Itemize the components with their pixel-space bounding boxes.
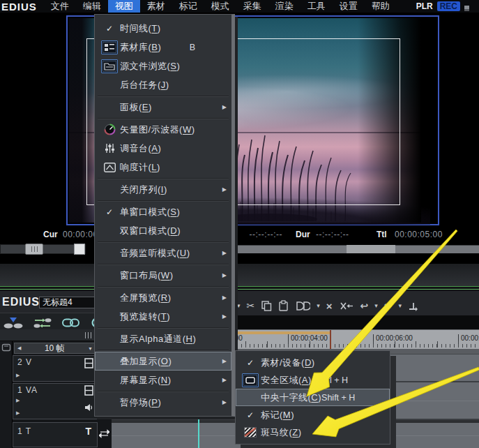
dur-label: Dur xyxy=(296,230,310,239)
insert-between-icon[interactable] xyxy=(295,301,310,311)
menubar-item-9[interactable]: 设置 xyxy=(333,0,365,13)
submenu-arrow-icon: ▶ xyxy=(222,272,227,278)
rec-indicator[interactable]: REC xyxy=(437,1,460,11)
ripple-mode-icon[interactable] xyxy=(33,317,52,329)
timescale-dropdown-icon[interactable]: ▼ xyxy=(88,346,93,351)
plr-indicator[interactable]: PLR xyxy=(416,1,433,11)
menubar-item-10[interactable]: 帮助 xyxy=(365,0,397,13)
menu-item-dual-window-mode[interactable]: 双窗口模式(D) xyxy=(95,221,231,240)
insert-overwrite-mode-icon[interactable] xyxy=(3,316,24,329)
menu-item-single-window-mode[interactable]: ✓单窗口模式(S) xyxy=(95,202,231,221)
expand-icon[interactable]: ▶ xyxy=(16,373,20,378)
menubar-item-5[interactable]: 模式 xyxy=(204,0,236,13)
menubar-item-3[interactable]: 素材 xyxy=(140,0,172,13)
safe-area-icon xyxy=(240,373,261,387)
menu-item-close-sequence[interactable]: 关闭序列(I)▶ xyxy=(95,180,231,199)
menubar-item-0[interactable]: 文件 xyxy=(44,0,76,13)
out-point-marker xyxy=(330,330,331,350)
menu-item-label: 安全区域(A) xyxy=(261,374,312,387)
menu-item-label: 屏幕显示(N) xyxy=(120,374,172,387)
menu-item-pause-field[interactable]: 暂停场(P)▶ xyxy=(95,393,231,412)
menu-item-preview-rotation[interactable]: 预览旋转(T)▶ xyxy=(95,307,231,326)
menu-item-label: 时间线(T) xyxy=(120,22,161,35)
cur-label: Cur xyxy=(43,230,58,239)
menu-item-onscreen-display[interactable]: 屏幕显示(N)▶ xyxy=(95,371,231,389)
menu-item-timeline[interactable]: ✓时间线(T) xyxy=(95,19,231,38)
menubar-right: PLR REC xyxy=(416,0,469,13)
menu-shortcut: B xyxy=(190,43,225,52)
menu-item-audio-monitoring-mode[interactable]: 音频监听模式(U)▶ xyxy=(95,244,231,262)
menu-item-label: 素材库(B) xyxy=(120,41,161,54)
menu-item-audio-mixer[interactable]: 调音台(A) xyxy=(95,139,231,158)
zebra-icon xyxy=(240,427,261,438)
menu-item-label: 预览旋转(T) xyxy=(120,311,170,323)
menu-item-vectorscope[interactable]: 矢量图/示波器(W) xyxy=(95,120,231,139)
menu-item-label: 后台任务(J) xyxy=(120,79,169,91)
menu-item-label: 单窗口模式(S) xyxy=(120,206,180,218)
panel-grip-icon[interactable] xyxy=(85,332,93,338)
menu-item-label: 调音台(A) xyxy=(120,142,161,155)
shuttle-end-button[interactable] xyxy=(74,244,85,255)
dur-value: --:--:--:-- xyxy=(316,230,349,239)
menu-item-center-crosshair[interactable]: 中央十字线(C)Shift + H xyxy=(236,389,390,406)
menubar-item-4[interactable]: 标记 xyxy=(172,0,204,13)
menu-item-label: 暂停场(P) xyxy=(120,396,161,409)
ttl-value: 00:00:05:00 xyxy=(395,230,443,239)
menu-item-show-alpha-channel[interactable]: 显示Alpha通道(H) xyxy=(95,329,231,348)
swap-icon[interactable] xyxy=(99,428,109,441)
menu-shortcut: Shift + H xyxy=(321,393,390,403)
loop-playback-mode-icon[interactable] xyxy=(61,317,80,329)
menu-item-source-browser[interactable]: 源文件浏览(S) xyxy=(95,57,231,75)
track-header-1va[interactable]: 1 VA ▶ ▶ xyxy=(13,383,98,419)
dropdown-icon[interactable]: ▾ xyxy=(399,302,402,309)
cut-icon[interactable]: ✂ xyxy=(247,300,255,311)
app-logo: EDIUS xyxy=(0,1,44,13)
source-browser-icon xyxy=(99,59,120,73)
dropdown-icon[interactable]: ▾ xyxy=(237,302,241,309)
menu-item-clip-device[interactable]: ✓素材/设备(D) xyxy=(236,354,390,371)
track-header-2v[interactable]: 2 V ▶ xyxy=(13,355,98,382)
dropdown-icon[interactable]: ▾ xyxy=(374,302,378,309)
ripple-delete-icon[interactable] xyxy=(339,301,354,311)
menu-item-marker[interactable]: ✓标记(M) xyxy=(236,406,390,424)
check-icon: ✓ xyxy=(240,358,261,368)
shuttle-handle[interactable] xyxy=(25,244,43,255)
submenu-arrow-icon: ▶ xyxy=(222,186,227,193)
menu-item-loudness-meter[interactable]: 响度计(L) xyxy=(95,158,231,177)
menu-item-overlay-display[interactable]: 叠加显示(O)▶ xyxy=(95,352,231,371)
menu-item-fullscreen-preview[interactable]: 全屏预览(R)▶ xyxy=(95,288,231,307)
track-header-1t[interactable]: 1 T T xyxy=(13,422,98,447)
window-control-icon[interactable] xyxy=(464,6,469,11)
menu-item-bin[interactable]: 素材库(B)B xyxy=(95,38,231,57)
speaker-icon[interactable] xyxy=(84,402,93,415)
overlay-display-submenu: ✓素材/设备(D)安全区域(A)Ctrl + H中央十字线(C)Shift + … xyxy=(235,350,390,445)
position-slider-handle[interactable] xyxy=(347,245,395,253)
menubar-item-8[interactable]: 工具 xyxy=(301,0,333,13)
transport-bar: ▾][←→][▾▾ xyxy=(0,264,479,286)
expand-icon[interactable]: ▶ xyxy=(16,398,20,403)
menu-shortcut: Ctrl + H xyxy=(318,375,383,385)
copy-icon[interactable] xyxy=(261,300,272,311)
paste-icon[interactable] xyxy=(278,300,289,311)
menu-item-background-jobs[interactable]: 后台任务(J) xyxy=(95,75,231,94)
timeline-window-title: EDIUS xyxy=(2,296,40,308)
menu-item-safe-area[interactable]: 安全区域(A)Ctrl + H xyxy=(236,371,390,389)
redo-icon[interactable]: ↪ xyxy=(384,300,393,311)
menu-item-label: 面板(E) xyxy=(120,101,152,114)
expand-icon[interactable]: ▶ xyxy=(16,410,20,416)
sequence-name-input[interactable] xyxy=(39,297,95,308)
menu-item-zebra[interactable]: 斑马纹(Z) xyxy=(236,424,390,441)
menubar-item-7[interactable]: 渲染 xyxy=(268,0,301,13)
dropdown-icon[interactable]: ▾ xyxy=(317,302,320,309)
submenu-arrow-icon: ▶ xyxy=(222,313,227,320)
menu-item-palette[interactable]: 面板(E)▶ xyxy=(95,98,231,117)
menubar-item-6[interactable]: 采集 xyxy=(236,0,268,13)
menubar-item-2[interactable]: 视图 xyxy=(108,0,140,13)
menubar-item-1[interactable]: 编辑 xyxy=(76,0,108,13)
trim-icon[interactable] xyxy=(408,301,418,311)
timescale-selector[interactable]: ◀ 10 帧 ▼ xyxy=(14,343,96,354)
menu-item-window-layout[interactable]: 窗口布局(W)▶ xyxy=(95,266,231,285)
check-icon: ✓ xyxy=(99,207,120,217)
delete-icon[interactable]: × xyxy=(326,300,333,312)
undo-icon[interactable]: ↩ xyxy=(360,300,369,311)
